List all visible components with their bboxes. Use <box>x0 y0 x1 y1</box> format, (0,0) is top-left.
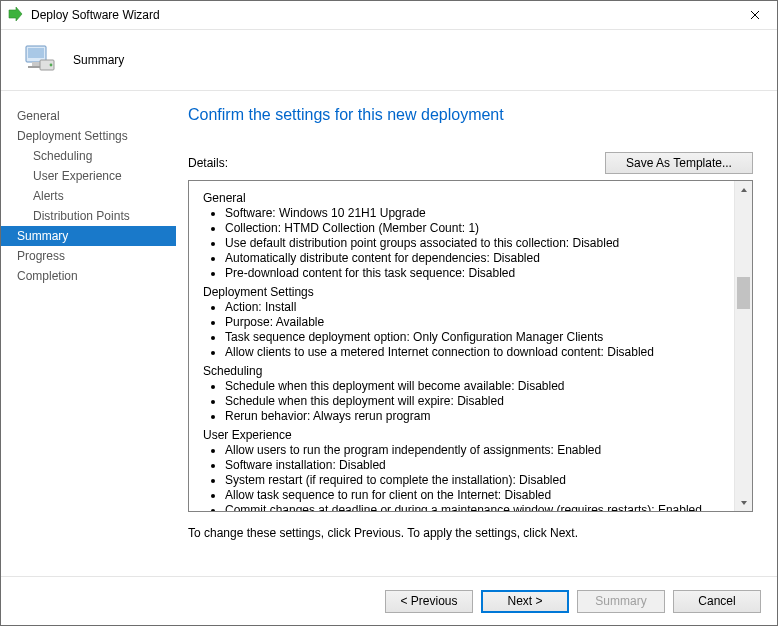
hint-text: To change these settings, click Previous… <box>188 526 753 540</box>
wizard-header-icon <box>15 40 61 80</box>
details-label: Details: <box>188 156 605 170</box>
header-page-name: Summary <box>73 53 124 67</box>
main-panel: Confirm the settings for this new deploy… <box>176 90 777 577</box>
details-item: Schedule when this deployment will becom… <box>225 379 727 394</box>
next-button[interactable]: Next > <box>481 590 569 613</box>
scroll-thumb[interactable] <box>737 277 750 309</box>
close-button[interactable] <box>733 1 777 29</box>
nav-distribution-points[interactable]: Distribution Points <box>1 206 176 226</box>
cancel-button[interactable]: Cancel <box>673 590 761 613</box>
nav-completion[interactable]: Completion <box>1 266 176 286</box>
details-item: Rerun behavior: Always rerun program <box>225 409 727 424</box>
details-section-list: Schedule when this deployment will becom… <box>203 379 727 424</box>
details-section-title: Deployment Settings <box>203 285 727 300</box>
details-item: Software installation: Disabled <box>225 458 727 473</box>
window-title: Deploy Software Wizard <box>23 8 733 22</box>
details-item: Allow task sequence to run for client on… <box>225 488 727 503</box>
svg-marker-8 <box>741 501 747 505</box>
details-content: GeneralSoftware: Windows 10 21H1 Upgrade… <box>189 181 735 511</box>
summary-button: Summary <box>577 590 665 613</box>
details-item: Software: Windows 10 21H1 Upgrade <box>225 206 727 221</box>
details-section-list: Allow users to run the program independe… <box>203 443 727 511</box>
wizard-body: General Deployment Settings Scheduling U… <box>1 90 777 577</box>
details-item: Automatically distribute content for dep… <box>225 251 727 266</box>
svg-marker-7 <box>741 188 747 192</box>
nav-summary[interactable]: Summary <box>1 226 176 246</box>
details-item: Allow clients to use a metered Internet … <box>225 345 727 360</box>
details-item: Purpose: Available <box>225 315 727 330</box>
details-item: Use default distribution point groups as… <box>225 236 727 251</box>
details-item: Task sequence deployment option: Only Co… <box>225 330 727 345</box>
details-section-title: Scheduling <box>203 364 727 379</box>
details-section-title: General <box>203 191 727 206</box>
details-section-list: Action: InstallPurpose: AvailableTask se… <box>203 300 727 360</box>
nav-user-experience[interactable]: User Experience <box>1 166 176 186</box>
scroll-up-button[interactable] <box>735 181 752 198</box>
details-item: Schedule when this deployment will expir… <box>225 394 727 409</box>
details-section-list: Software: Windows 10 21H1 UpgradeCollect… <box>203 206 727 281</box>
details-box: GeneralSoftware: Windows 10 21H1 Upgrade… <box>188 180 753 512</box>
svg-marker-0 <box>9 7 22 21</box>
titlebar: Deploy Software Wizard <box>1 1 777 30</box>
scrollbar-track[interactable] <box>734 181 752 511</box>
details-header-row: Details: Save As Template... <box>188 152 753 174</box>
save-as-template-button[interactable]: Save As Template... <box>605 152 753 174</box>
nav-deployment-settings[interactable]: Deployment Settings <box>1 126 176 146</box>
details-item: Collection: HTMD Collection (Member Coun… <box>225 221 727 236</box>
nav-sidebar: General Deployment Settings Scheduling U… <box>1 90 176 577</box>
details-item: Commit changes at deadline or during a m… <box>225 503 727 511</box>
nav-alerts[interactable]: Alerts <box>1 186 176 206</box>
scroll-down-button[interactable] <box>735 494 752 511</box>
wizard-footer: < Previous Next > Summary Cancel <box>1 576 777 625</box>
details-section-title: User Experience <box>203 428 727 443</box>
svg-rect-2 <box>28 48 44 58</box>
details-item: Pre-download content for this task seque… <box>225 266 727 281</box>
app-icon <box>1 6 23 25</box>
nav-scheduling[interactable]: Scheduling <box>1 146 176 166</box>
previous-button[interactable]: < Previous <box>385 590 473 613</box>
svg-point-6 <box>50 64 53 67</box>
nav-progress[interactable]: Progress <box>1 246 176 266</box>
wizard-header: Summary <box>1 30 777 91</box>
details-item: System restart (if required to complete … <box>225 473 727 488</box>
page-title: Confirm the settings for this new deploy… <box>188 106 753 124</box>
details-item: Action: Install <box>225 300 727 315</box>
wizard-window: Deploy Software Wizard Summary General D… <box>0 0 778 626</box>
details-item: Allow users to run the program independe… <box>225 443 727 458</box>
nav-general[interactable]: General <box>1 106 176 126</box>
svg-rect-3 <box>32 62 40 66</box>
